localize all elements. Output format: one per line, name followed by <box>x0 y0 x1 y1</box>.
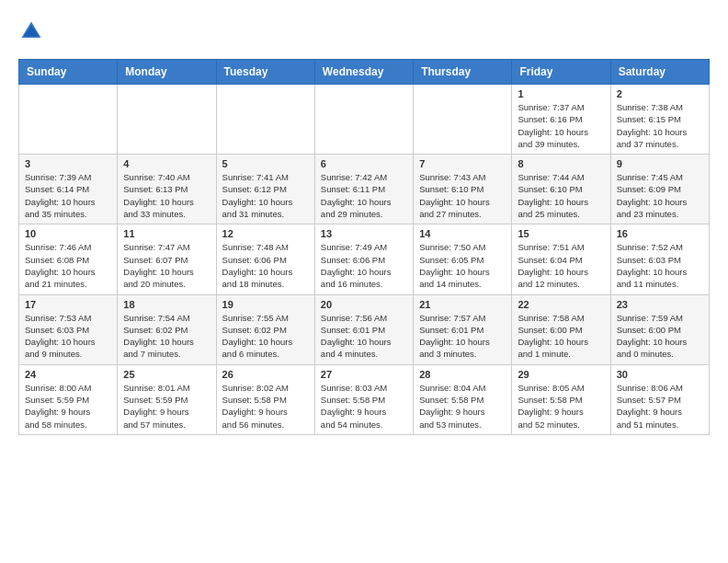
calendar-day-cell: 7Sunrise: 7:43 AM Sunset: 6:10 PM Daylig… <box>414 155 512 224</box>
day-number: 26 <box>222 369 309 380</box>
calendar-week-row: 10Sunrise: 7:46 AM Sunset: 6:08 PM Dayli… <box>19 224 710 294</box>
calendar-day-cell: 15Sunrise: 7:51 AM Sunset: 6:04 PM Dayli… <box>512 224 610 294</box>
day-number: 23 <box>617 299 703 310</box>
day-info: Sunrise: 7:46 AM Sunset: 6:08 PM Dayligh… <box>25 241 111 290</box>
calendar-day-cell: 18Sunrise: 7:54 AM Sunset: 6:02 PM Dayli… <box>118 294 216 364</box>
calendar-day-cell: 14Sunrise: 7:50 AM Sunset: 6:05 PM Dayli… <box>414 224 512 294</box>
day-number: 27 <box>321 369 407 380</box>
day-info: Sunrise: 8:02 AM Sunset: 5:58 PM Dayligh… <box>222 382 309 431</box>
day-number: 19 <box>222 299 309 310</box>
weekday-header: Sunday <box>19 60 118 85</box>
logo <box>18 18 48 44</box>
weekday-header: Thursday <box>414 60 512 85</box>
day-info: Sunrise: 7:52 AM Sunset: 6:03 PM Dayligh… <box>617 241 703 290</box>
day-info: Sunrise: 7:40 AM Sunset: 6:13 PM Dayligh… <box>123 171 210 220</box>
day-info: Sunrise: 7:59 AM Sunset: 6:00 PM Dayligh… <box>617 312 703 361</box>
day-info: Sunrise: 7:56 AM Sunset: 6:01 PM Dayligh… <box>321 312 407 361</box>
day-number: 24 <box>25 369 111 380</box>
calendar-day-cell: 26Sunrise: 8:02 AM Sunset: 5:58 PM Dayli… <box>216 364 314 434</box>
day-number: 7 <box>419 158 506 169</box>
day-number: 6 <box>321 158 407 169</box>
day-info: Sunrise: 7:47 AM Sunset: 6:07 PM Dayligh… <box>123 241 210 290</box>
day-number: 18 <box>123 299 210 310</box>
calendar-day-cell: 25Sunrise: 8:01 AM Sunset: 5:59 PM Dayli… <box>118 364 216 434</box>
weekday-header: Monday <box>118 60 216 85</box>
weekday-header: Friday <box>512 60 610 85</box>
calendar-day-cell <box>19 85 118 155</box>
calendar-header-row: SundayMondayTuesdayWednesdayThursdayFrid… <box>19 60 710 85</box>
calendar-week-row: 17Sunrise: 7:53 AM Sunset: 6:03 PM Dayli… <box>19 294 710 364</box>
calendar-day-cell: 11Sunrise: 7:47 AM Sunset: 6:07 PM Dayli… <box>118 224 216 294</box>
day-number: 5 <box>222 158 309 169</box>
calendar-day-cell: 29Sunrise: 8:05 AM Sunset: 5:58 PM Dayli… <box>512 364 610 434</box>
calendar-day-cell: 12Sunrise: 7:48 AM Sunset: 6:06 PM Dayli… <box>216 224 314 294</box>
calendar-day-cell <box>414 85 512 155</box>
day-info: Sunrise: 7:38 AM Sunset: 6:15 PM Dayligh… <box>617 101 703 150</box>
day-info: Sunrise: 7:55 AM Sunset: 6:02 PM Dayligh… <box>222 312 309 361</box>
day-number: 10 <box>25 228 111 239</box>
day-info: Sunrise: 7:48 AM Sunset: 6:06 PM Dayligh… <box>222 241 309 290</box>
calendar-day-cell: 13Sunrise: 7:49 AM Sunset: 6:06 PM Dayli… <box>314 224 413 294</box>
day-info: Sunrise: 8:00 AM Sunset: 5:59 PM Dayligh… <box>25 382 111 431</box>
day-number: 12 <box>222 228 309 239</box>
day-number: 8 <box>518 158 604 169</box>
day-info: Sunrise: 8:06 AM Sunset: 5:57 PM Dayligh… <box>617 382 703 431</box>
day-info: Sunrise: 7:49 AM Sunset: 6:06 PM Dayligh… <box>321 241 407 290</box>
day-info: Sunrise: 7:45 AM Sunset: 6:09 PM Dayligh… <box>617 171 703 220</box>
calendar-day-cell: 27Sunrise: 8:03 AM Sunset: 5:58 PM Dayli… <box>314 364 413 434</box>
calendar-day-cell: 19Sunrise: 7:55 AM Sunset: 6:02 PM Dayli… <box>216 294 314 364</box>
day-info: Sunrise: 7:54 AM Sunset: 6:02 PM Dayligh… <box>123 312 210 361</box>
day-info: Sunrise: 8:04 AM Sunset: 5:58 PM Dayligh… <box>419 382 506 431</box>
calendar-week-row: 1Sunrise: 7:37 AM Sunset: 6:16 PM Daylig… <box>19 85 710 155</box>
calendar-day-cell: 28Sunrise: 8:04 AM Sunset: 5:58 PM Dayli… <box>414 364 512 434</box>
day-number: 21 <box>419 299 506 310</box>
day-number: 3 <box>25 158 111 169</box>
day-info: Sunrise: 7:58 AM Sunset: 6:00 PM Dayligh… <box>518 312 604 361</box>
day-number: 25 <box>123 369 210 380</box>
day-info: Sunrise: 7:50 AM Sunset: 6:05 PM Dayligh… <box>419 241 506 290</box>
calendar: SundayMondayTuesdayWednesdayThursdayFrid… <box>18 59 710 435</box>
day-info: Sunrise: 8:03 AM Sunset: 5:58 PM Dayligh… <box>321 382 407 431</box>
day-info: Sunrise: 7:53 AM Sunset: 6:03 PM Dayligh… <box>25 312 111 361</box>
day-info: Sunrise: 7:41 AM Sunset: 6:12 PM Dayligh… <box>222 171 309 220</box>
calendar-day-cell: 20Sunrise: 7:56 AM Sunset: 6:01 PM Dayli… <box>314 294 413 364</box>
calendar-day-cell: 4Sunrise: 7:40 AM Sunset: 6:13 PM Daylig… <box>118 155 216 224</box>
calendar-week-row: 24Sunrise: 8:00 AM Sunset: 5:59 PM Dayli… <box>19 364 710 434</box>
day-info: Sunrise: 7:42 AM Sunset: 6:11 PM Dayligh… <box>321 171 407 220</box>
day-info: Sunrise: 7:51 AM Sunset: 6:04 PM Dayligh… <box>518 241 604 290</box>
calendar-week-row: 3Sunrise: 7:39 AM Sunset: 6:14 PM Daylig… <box>19 155 710 224</box>
logo-icon <box>18 18 44 44</box>
day-number: 28 <box>419 369 506 380</box>
calendar-day-cell: 3Sunrise: 7:39 AM Sunset: 6:14 PM Daylig… <box>19 155 118 224</box>
calendar-day-cell <box>314 85 413 155</box>
calendar-day-cell: 22Sunrise: 7:58 AM Sunset: 6:00 PM Dayli… <box>512 294 610 364</box>
day-number: 29 <box>518 369 604 380</box>
page-header <box>18 18 710 44</box>
calendar-day-cell: 9Sunrise: 7:45 AM Sunset: 6:09 PM Daylig… <box>610 155 709 224</box>
calendar-day-cell <box>118 85 216 155</box>
day-info: Sunrise: 7:57 AM Sunset: 6:01 PM Dayligh… <box>419 312 506 361</box>
day-number: 14 <box>419 228 506 239</box>
day-number: 1 <box>518 88 604 99</box>
calendar-day-cell: 1Sunrise: 7:37 AM Sunset: 6:16 PM Daylig… <box>512 85 610 155</box>
calendar-day-cell: 5Sunrise: 7:41 AM Sunset: 6:12 PM Daylig… <box>216 155 314 224</box>
day-number: 4 <box>123 158 210 169</box>
day-number: 2 <box>617 88 703 99</box>
day-number: 13 <box>321 228 407 239</box>
day-number: 11 <box>123 228 210 239</box>
calendar-day-cell: 21Sunrise: 7:57 AM Sunset: 6:01 PM Dayli… <box>414 294 512 364</box>
weekday-header: Saturday <box>610 60 709 85</box>
day-number: 15 <box>518 228 604 239</box>
calendar-day-cell: 10Sunrise: 7:46 AM Sunset: 6:08 PM Dayli… <box>19 224 118 294</box>
day-info: Sunrise: 8:05 AM Sunset: 5:58 PM Dayligh… <box>518 382 604 431</box>
day-number: 22 <box>518 299 604 310</box>
day-number: 17 <box>25 299 111 310</box>
day-info: Sunrise: 8:01 AM Sunset: 5:59 PM Dayligh… <box>123 382 210 431</box>
day-info: Sunrise: 7:39 AM Sunset: 6:14 PM Dayligh… <box>25 171 111 220</box>
day-info: Sunrise: 7:44 AM Sunset: 6:10 PM Dayligh… <box>518 171 604 220</box>
day-info: Sunrise: 7:43 AM Sunset: 6:10 PM Dayligh… <box>419 171 506 220</box>
calendar-day-cell: 8Sunrise: 7:44 AM Sunset: 6:10 PM Daylig… <box>512 155 610 224</box>
calendar-day-cell: 6Sunrise: 7:42 AM Sunset: 6:11 PM Daylig… <box>314 155 413 224</box>
calendar-day-cell: 24Sunrise: 8:00 AM Sunset: 5:59 PM Dayli… <box>19 364 118 434</box>
calendar-day-cell: 30Sunrise: 8:06 AM Sunset: 5:57 PM Dayli… <box>610 364 709 434</box>
